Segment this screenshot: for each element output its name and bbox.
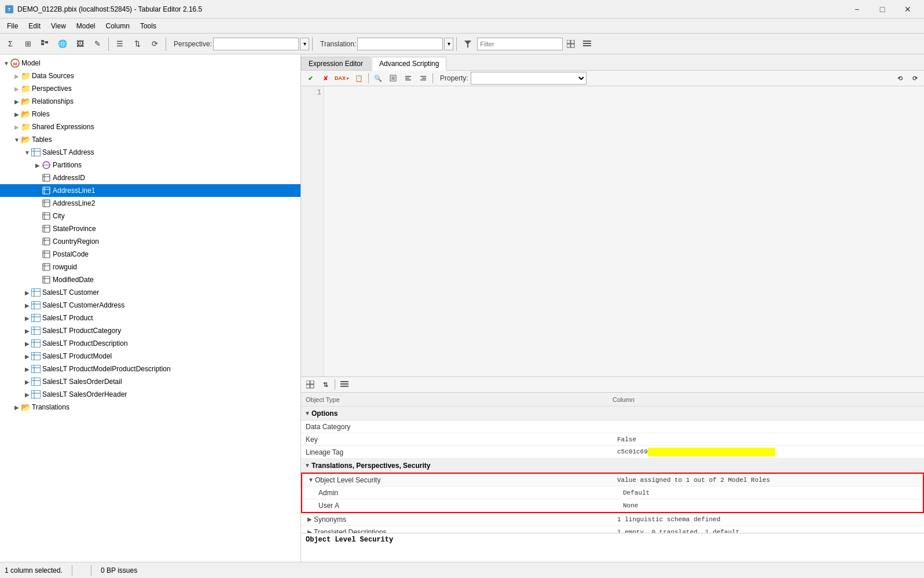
tree-item-addressline2[interactable]: ▶ AddressLine2: [0, 197, 300, 210]
edit-button[interactable]: ✎: [89, 36, 105, 52]
tree-toggle-saleslt-productmodel[interactable]: ▶: [23, 352, 31, 360]
tree-item-postalcode[interactable]: ▶ PostalCode: [0, 248, 300, 261]
tree-item-addressline1[interactable]: ▶ AddressLine1: [0, 184, 300, 197]
tree-item-data-sources[interactable]: ▶ 📁 Data Sources: [0, 69, 300, 82]
grid-view-button[interactable]: [564, 36, 578, 52]
translated-descriptions-toggle[interactable]: ▶: [306, 528, 314, 533]
tree-toggle-saleslt-customeraddress[interactable]: ▶: [23, 301, 31, 309]
translation-input[interactable]: (No translation): [357, 38, 443, 50]
menu-view[interactable]: View: [46, 21, 71, 31]
close-button[interactable]: ✕: [896, 0, 919, 19]
tree-toggle-relationships[interactable]: ▶: [13, 97, 21, 105]
tree-toggle-saleslt-customer[interactable]: ▶: [23, 288, 31, 297]
props-row-lineage-tag[interactable]: Lineage Tag c5c01c69: [301, 446, 924, 459]
tree-toggle-saleslt-productmodelproductdescription[interactable]: ▶: [23, 365, 31, 373]
props-row-key[interactable]: Key False: [301, 433, 924, 446]
tree-toggle-shared-expressions[interactable]: ▶: [13, 123, 21, 131]
tree-item-perspectives[interactable]: ▶ 📁 Perspectives: [0, 82, 300, 95]
search-button[interactable]: 🔍: [371, 72, 385, 85]
props-row-translated-descriptions[interactable]: ▶ Translated Descriptions 1 empty, 0 tra…: [301, 526, 924, 533]
props-row-admin[interactable]: Admin Default: [302, 486, 923, 499]
tab-advanced-scripting[interactable]: Advanced Scripting: [372, 57, 446, 71]
refresh-button[interactable]: ⟳: [146, 36, 163, 52]
tree-toggle-saleslt-address[interactable]: ▼: [23, 148, 31, 156]
tree-toggle-saleslt-product[interactable]: ▶: [23, 314, 31, 322]
synonyms-toggle[interactable]: ▶: [306, 515, 314, 524]
minimize-button[interactable]: −: [845, 0, 868, 19]
tree-toggle-saleslt-salesorderheader[interactable]: ▶: [23, 390, 31, 398]
tree-item-saleslt-customer[interactable]: ▶ SalesLT Customer: [0, 286, 300, 299]
property-select[interactable]: [471, 72, 586, 85]
globe-button[interactable]: 🌐: [54, 36, 71, 52]
menu-edit[interactable]: Edit: [24, 21, 45, 31]
menu-column[interactable]: Column: [101, 21, 134, 31]
section-toggle-options[interactable]: ▼: [303, 409, 311, 418]
tree-item-stateprovince[interactable]: ▶ StateProvince: [0, 222, 300, 235]
cancel-button[interactable]: ✘: [318, 72, 332, 85]
columns-button[interactable]: ☰: [112, 36, 128, 52]
image-button[interactable]: 🖼: [72, 36, 88, 52]
props-row-synonyms[interactable]: ▶ Synonyms 1 linguistic schema defined: [301, 513, 924, 526]
props-row-user-a[interactable]: User A None: [302, 499, 923, 512]
tree-item-relationships[interactable]: ▶ 📂 Relationships: [0, 95, 300, 108]
tree-toggle-translations[interactable]: ▶: [13, 403, 21, 411]
tree-item-partitions[interactable]: ▶ Partitions: [0, 159, 300, 171]
tree-item-saleslt-address[interactable]: ▼ SalesLT Address: [0, 146, 300, 159]
translation-dropdown[interactable]: ▾: [444, 38, 453, 50]
copy-button[interactable]: 📋: [352, 72, 366, 85]
tree-item-rowguid[interactable]: ▶ rowguid: [0, 261, 300, 273]
tree-toggle-saleslt-salesorderdetail[interactable]: ▶: [23, 378, 31, 386]
tree-item-saleslt-salesorderheader[interactable]: ▶ SalesLT SalesOrderHeader: [0, 388, 300, 401]
tree-toggle-saleslt-productdescription[interactable]: ▶: [23, 339, 31, 347]
hierarchy-button[interactable]: [37, 36, 53, 52]
tree-item-saleslt-salesorderdetail[interactable]: ▶ SalesLT SalesOrderDetail: [0, 375, 300, 388]
list-view-button[interactable]: [579, 36, 595, 52]
props-section-translations[interactable]: ▼ Translations, Perspectives, Security: [301, 459, 924, 473]
props-grid-button[interactable]: [303, 378, 317, 391]
filter-icon-button[interactable]: [460, 36, 476, 52]
tree-item-city[interactable]: ▶ City: [0, 210, 300, 222]
tree-toggle-data-sources[interactable]: ▶: [13, 72, 21, 80]
align-right-button[interactable]: [416, 72, 430, 85]
tree-item-tables[interactable]: ▼ 📂 Tables: [0, 133, 300, 146]
menu-file[interactable]: File: [2, 21, 23, 31]
props-sort-button[interactable]: ⇅: [318, 378, 332, 391]
format-button[interactable]: [386, 72, 400, 85]
tree-item-shared-expressions[interactable]: ▶ 📁 Shared Expressions: [0, 120, 300, 133]
perspective-input[interactable]: [213, 38, 299, 50]
menu-tools[interactable]: Tools: [135, 21, 161, 31]
tree-item-saleslt-productmodel[interactable]: ▶ SalesLT ProductModel: [0, 350, 300, 363]
tree-item-model[interactable]: ▼ M Model: [0, 57, 300, 69]
menu-model[interactable]: Model: [72, 21, 100, 31]
table-button[interactable]: ⊞: [20, 36, 36, 52]
tree-item-saleslt-productdescription[interactable]: ▶ SalesLT ProductDescription: [0, 337, 300, 350]
sort-button[interactable]: ⇅: [129, 36, 145, 52]
tree-item-saleslt-customeraddress[interactable]: ▶ SalesLT CustomerAddress: [0, 299, 300, 312]
tree-item-addressid[interactable]: ▶ AddressID: [0, 171, 300, 184]
props-list-button[interactable]: [338, 378, 351, 391]
dax-button[interactable]: DAX▼: [333, 72, 351, 85]
props-section-options[interactable]: ▼ Options: [301, 407, 924, 420]
tree-item-countryregion[interactable]: ▶ CountryRegion: [0, 235, 300, 248]
ols-toggle[interactable]: ▼: [307, 476, 315, 484]
sigma-button[interactable]: Σ: [2, 36, 19, 52]
nav-back-button[interactable]: ⟲: [893, 72, 907, 85]
filter-input[interactable]: [477, 38, 563, 50]
section-toggle-translations[interactable]: ▼: [303, 462, 311, 470]
tree-toggle-model[interactable]: ▼: [2, 59, 10, 67]
tree-toggle-roles[interactable]: ▶: [13, 110, 21, 118]
tree-item-translations[interactable]: ▶ 📂 Translations: [0, 401, 300, 414]
tree-toggle-perspectives[interactable]: ▶: [13, 85, 21, 93]
maximize-button[interactable]: □: [871, 0, 894, 19]
accept-button[interactable]: ✔: [303, 72, 317, 85]
tab-expression-editor[interactable]: Expression Editor: [301, 57, 371, 70]
perspective-dropdown[interactable]: ▾: [300, 38, 309, 50]
tree-item-saleslt-product[interactable]: ▶ SalesLT Product: [0, 312, 300, 324]
tree-item-saleslt-productmodelproductdescription[interactable]: ▶ SalesLT ProductModelProductDescription: [0, 363, 300, 375]
align-left-button[interactable]: [401, 72, 415, 85]
editor-content[interactable]: [324, 86, 924, 376]
tree-toggle-tables[interactable]: ▼: [13, 136, 21, 144]
tree-item-roles[interactable]: ▶ 📂 Roles: [0, 108, 300, 120]
tree-item-modifieddate[interactable]: ▶ ModifiedDate: [0, 273, 300, 286]
tree-toggle-saleslt-productcategory[interactable]: ▶: [23, 327, 31, 335]
